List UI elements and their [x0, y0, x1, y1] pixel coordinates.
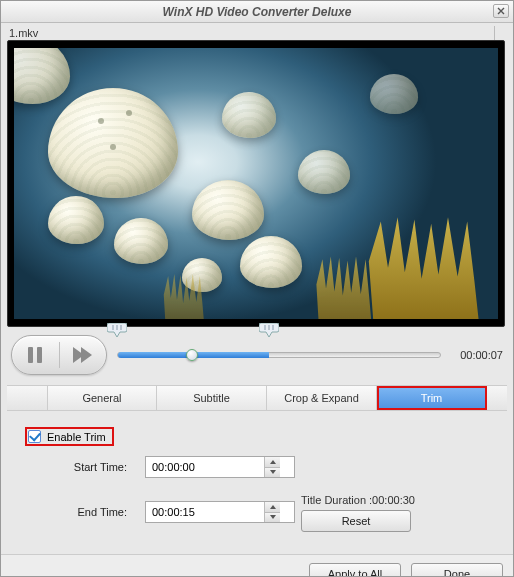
fast-forward-icon — [73, 347, 92, 363]
video-frame — [13, 47, 499, 320]
enable-trim-label: Enable Trim — [47, 431, 106, 443]
close-button[interactable] — [493, 4, 509, 18]
tab-subtitle[interactable]: Subtitle — [157, 386, 267, 410]
tab-trim[interactable]: Trim — [377, 386, 487, 410]
seek-playhead[interactable] — [186, 349, 198, 361]
close-icon — [497, 7, 505, 15]
apply-to-all-button[interactable]: Apply to All — [309, 563, 401, 577]
tab-label: Trim — [421, 392, 443, 404]
window-title: WinX HD Video Converter Deluxe — [163, 5, 352, 19]
enable-trim-checkbox[interactable] — [28, 430, 41, 443]
elapsed-time: 00:00:07 — [451, 349, 503, 361]
end-time-spinner[interactable] — [145, 501, 295, 523]
start-time-input[interactable] — [146, 457, 264, 477]
chevron-down-icon — [270, 515, 276, 519]
start-time-down[interactable] — [265, 468, 280, 478]
tab-crop-expand[interactable]: Crop & Expand — [267, 386, 377, 410]
chevron-up-icon — [270, 460, 276, 464]
start-time-spinner[interactable] — [145, 456, 295, 478]
tab-label: General — [82, 392, 121, 404]
tabs: General Subtitle Crop & Expand Trim — [7, 385, 507, 411]
tab-label: Subtitle — [193, 392, 230, 404]
title-duration: Title Duration :00:00:30 — [295, 492, 489, 506]
file-name: 1.mkv — [7, 26, 495, 40]
done-button[interactable]: Done — [411, 563, 503, 577]
pause-icon — [28, 347, 42, 363]
seek-bar[interactable] — [117, 335, 441, 375]
trim-end-handle[interactable] — [259, 323, 279, 337]
end-time-down[interactable] — [265, 513, 280, 523]
start-time-label: Start Time: — [25, 461, 145, 473]
player-controls: 00:00:07 — [7, 335, 507, 375]
video-preview[interactable] — [7, 40, 505, 327]
pause-button[interactable] — [12, 336, 59, 374]
trim-start-handle[interactable] — [107, 323, 127, 337]
fast-forward-button[interactable] — [60, 336, 107, 374]
tab-general[interactable]: General — [47, 386, 157, 410]
chevron-up-icon — [270, 505, 276, 509]
trim-panel: Enable Trim Start Time: End Time: — [7, 411, 507, 534]
dialog-footer: Apply to All Done — [1, 554, 513, 577]
enable-trim-row: Enable Trim — [25, 427, 114, 446]
chevron-down-icon — [270, 470, 276, 474]
start-time-up[interactable] — [265, 457, 280, 468]
end-time-up[interactable] — [265, 502, 280, 513]
end-time-label: End Time: — [25, 506, 145, 518]
play-button-group — [11, 335, 107, 375]
reset-button[interactable]: Reset — [301, 510, 411, 532]
title-bar: WinX HD Video Converter Deluxe — [1, 1, 513, 23]
end-time-input[interactable] — [146, 502, 264, 522]
tab-label: Crop & Expand — [284, 392, 359, 404]
